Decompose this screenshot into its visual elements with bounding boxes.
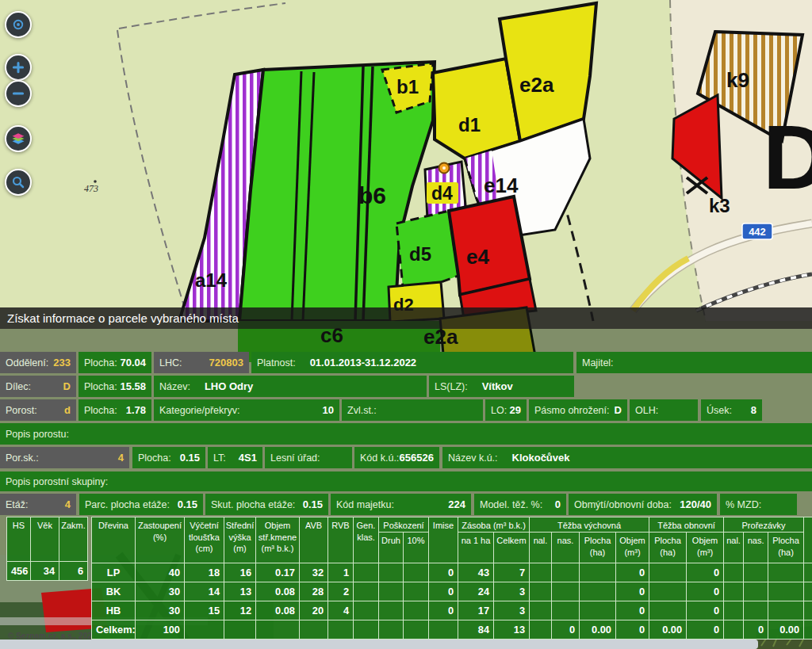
table-cell: 14 xyxy=(185,582,224,601)
table-cell: 0 xyxy=(687,620,724,639)
field-lesni-urad: Lesní úřad: xyxy=(265,447,352,468)
table-cell xyxy=(185,620,224,639)
field-label: Název k.ú.: xyxy=(448,452,498,464)
field-value: 4S1 xyxy=(239,452,257,464)
layers-button[interactable] xyxy=(5,125,32,152)
search-button[interactable] xyxy=(5,169,32,196)
field-porost: Porost: d xyxy=(0,399,76,421)
field-nazev-ku: Název k.ú.: Klokočůvek xyxy=(442,447,812,468)
col-header-na1ha: na 1 ha xyxy=(458,533,494,563)
table-cell xyxy=(354,582,379,601)
field-label: LHC: xyxy=(159,357,182,368)
table-cell xyxy=(530,601,552,620)
field-value: D xyxy=(615,404,622,416)
field-value: LHO Odry xyxy=(205,380,253,392)
field-value: 70.04 xyxy=(120,357,146,368)
field-label: Pásmo ohrožení: xyxy=(534,405,610,416)
group-header-zasoba: Zásoba (m³ b.k.) xyxy=(458,517,530,533)
table-cell xyxy=(804,582,812,601)
parcel-label-a14: a14 xyxy=(195,269,228,291)
parcel-label-k3: k3 xyxy=(709,195,730,216)
table-cell xyxy=(804,563,812,582)
field-label: Úsek: xyxy=(707,405,732,416)
field-value: D xyxy=(63,380,71,392)
parcel-e4[interactable] xyxy=(449,197,530,295)
table-cell xyxy=(649,582,687,601)
col-header-plocha-ha: Plocha (ha) xyxy=(580,533,616,563)
col-header-hs: HS xyxy=(7,517,31,562)
zoom-in-button[interactable] xyxy=(5,54,32,81)
table-cell: 0 xyxy=(687,563,724,582)
table-cell: 34 xyxy=(31,562,59,581)
field-popis-ps: Popis porostní skupiny: xyxy=(0,471,812,491)
geolocate-icon xyxy=(11,17,25,32)
field-value: 1.78 xyxy=(126,404,146,416)
road-shield: 442 xyxy=(742,223,772,239)
col-header-plocha-ha: Plocha (ha) xyxy=(768,533,804,563)
field-label: Skut. plocha etáže: xyxy=(211,499,295,510)
table-cell: 13 xyxy=(494,620,530,639)
field-value: 01.01.2013-31.12.2022 xyxy=(310,357,416,368)
parcel-label-d4: d4 xyxy=(431,183,453,204)
minus-icon xyxy=(11,86,25,101)
table-cell xyxy=(744,582,768,601)
table-cell: 100 xyxy=(136,620,185,639)
table-row: Celkem:100841300.0000.00000.00 xyxy=(92,620,812,639)
field-popis-porostu: Popis porostu: xyxy=(0,423,812,445)
parcel-label-b1: b1 xyxy=(396,76,419,97)
table-cell: 30 xyxy=(136,582,185,601)
table-cell xyxy=(404,601,429,620)
field-majitel: Majitel: xyxy=(576,352,812,373)
drevina-cell: HB xyxy=(92,601,136,620)
field-value: 0.15 xyxy=(178,498,197,510)
field-label: OLH: xyxy=(635,405,658,416)
table-cell xyxy=(530,563,552,582)
zoom-out-button[interactable] xyxy=(5,80,32,107)
col-header-objem-m3: Objem (m³) xyxy=(687,533,724,563)
geolocate-button[interactable] xyxy=(5,11,32,38)
drevina-cell: BK xyxy=(92,582,136,601)
field-value: 15.58 xyxy=(120,380,146,392)
table-cell xyxy=(530,582,552,601)
table-cell xyxy=(379,601,404,620)
table-cell xyxy=(804,601,812,620)
field-label: Kód majetku: xyxy=(336,499,394,510)
table-cell xyxy=(429,620,458,639)
field-lslz: LS(LZ): Vítkov xyxy=(429,376,574,397)
table-cell: 17 xyxy=(458,601,494,620)
parcel-label-k9: k9 xyxy=(726,68,749,92)
field-label: Platnost: xyxy=(257,357,296,368)
field-label: LT: xyxy=(213,452,226,464)
table-cell: 3 xyxy=(494,582,530,601)
field-skut-plocha: Skut. plocha etáže: 0.15 xyxy=(205,494,328,515)
field-label: Etáž: xyxy=(6,499,29,510)
field-label: Plocha: xyxy=(84,357,117,368)
field-label: Por.sk.: xyxy=(6,452,39,464)
col-header-imise: Imise xyxy=(429,517,458,563)
group-header-tezba-obnovni: Těžba obnovní xyxy=(649,517,724,533)
field-value: Vítkov xyxy=(482,380,513,392)
field-model-tez: Model. těž. %: 0 xyxy=(474,494,566,515)
field-plocha-dilec: Plocha: 15.58 xyxy=(79,376,151,397)
table-cell xyxy=(580,563,616,582)
field-lhc: LHC: 720803 xyxy=(154,352,249,373)
plus-icon xyxy=(11,60,25,74)
table-cell: 3 xyxy=(494,601,530,620)
table-row: 456 34 6 xyxy=(7,562,88,581)
parcel-label-e4: e4 xyxy=(466,245,489,269)
field-value: 120/40 xyxy=(680,498,711,510)
table-cell: 0 xyxy=(552,620,580,639)
table-row: LP4018160.17321043700 xyxy=(92,563,812,582)
table-cell xyxy=(724,620,744,639)
col-header-druh: Druh xyxy=(379,533,404,563)
field-label: Kód k.ú.: xyxy=(360,452,399,464)
field-label: Zvl.st.: xyxy=(347,405,377,416)
location-pin-icon xyxy=(439,163,450,174)
table-cell: 0 xyxy=(429,582,458,601)
horizontal-scrollbar[interactable] xyxy=(0,639,758,649)
table-cell xyxy=(804,620,812,639)
field-label: Dílec: xyxy=(6,381,31,392)
stand-table-body: LP4018160.17321043700BK3014130.082820243… xyxy=(92,563,812,639)
col-header-stredni: Střední výška (m) xyxy=(224,517,256,563)
group-header-prorezavky: Prořezávky xyxy=(724,517,804,533)
